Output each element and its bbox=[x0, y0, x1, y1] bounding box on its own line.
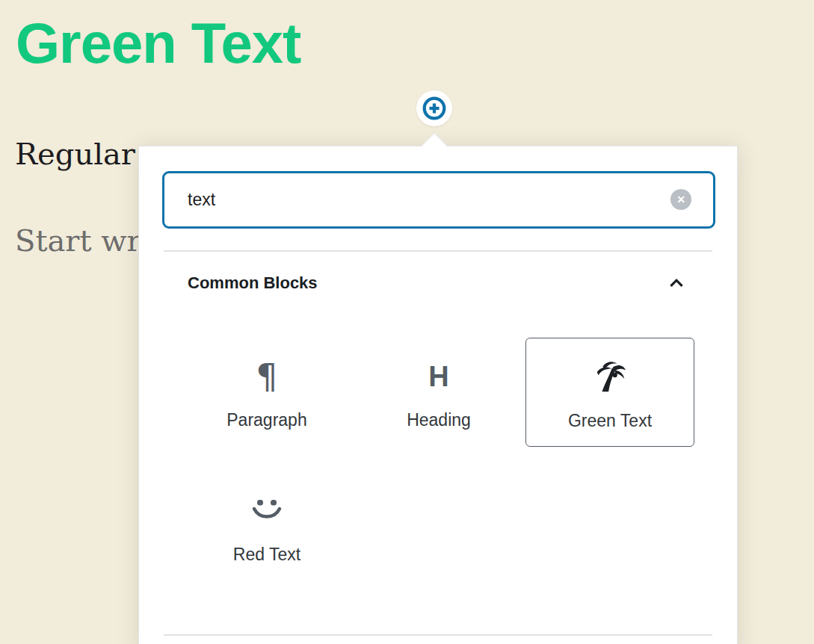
block-item-red-text[interactable]: Red Text bbox=[182, 472, 351, 581]
clear-search-button[interactable]: ✕ bbox=[670, 189, 691, 210]
block-label: Paragraph bbox=[226, 410, 306, 431]
block-label: Heading bbox=[407, 410, 471, 431]
close-icon: ✕ bbox=[676, 194, 685, 205]
block-inserter-popup: ✕ Common Blocks ¶ Paragraph H Heading bbox=[138, 146, 738, 644]
block-item-paragraph[interactable]: ¶ Paragraph bbox=[182, 338, 351, 447]
smiley-icon bbox=[250, 490, 283, 532]
pilcrow-icon: ¶ bbox=[256, 356, 277, 397]
circle-plus-icon bbox=[422, 96, 447, 121]
section-title: Common Blocks bbox=[188, 273, 318, 293]
palm-tree-icon bbox=[593, 356, 627, 398]
chevron-up-icon bbox=[667, 273, 686, 293]
block-label: Red Text bbox=[233, 545, 300, 566]
document-heading[interactable]: Green Text bbox=[16, 7, 300, 78]
heading-icon: H bbox=[428, 356, 448, 397]
block-item-green-text[interactable]: Green Text bbox=[525, 338, 694, 447]
divider bbox=[164, 634, 712, 636]
block-item-heading[interactable]: H Heading bbox=[354, 338, 523, 447]
divider bbox=[164, 250, 712, 252]
block-search-input[interactable] bbox=[162, 171, 715, 229]
add-block-button[interactable] bbox=[416, 90, 452, 126]
common-blocks-section-toggle[interactable]: Common Blocks bbox=[139, 266, 737, 299]
block-label: Green Text bbox=[568, 411, 652, 432]
